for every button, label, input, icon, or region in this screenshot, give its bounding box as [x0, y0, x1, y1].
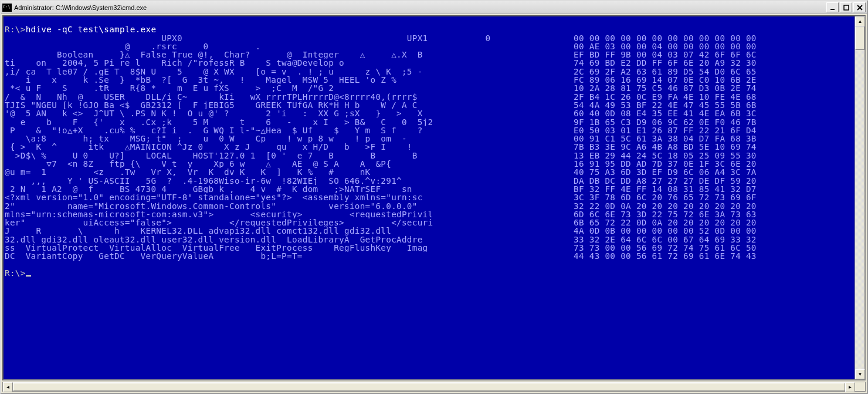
ascii-col: UPX0 UPX1 0: [5, 34, 574, 42]
hex-row: DC VariantCopy GetDC VerQueryValueA b;L=…: [5, 252, 853, 260]
titlebar[interactable]: Administrator: C:\Windows\System32\cmd.e…: [1, 1, 867, 14]
ascii-col: 2" name="Microsoft.Windows.Common-Contro…: [5, 202, 574, 210]
ascii-col: >D$\ % U 0 U?] LOCAL HOST'127.0 1 [0 ' e…: [5, 151, 574, 160]
scroll-right-arrow[interactable]: ►: [845, 382, 855, 392]
blank-line: [5, 261, 853, 269]
hex-col: 32 22 0D 0A 20 20 20 20 20 20 20 20: [574, 202, 757, 210]
ascii-col: 32.dll gdi32.dll oleaut32.dll user32.dll…: [5, 235, 574, 244]
hex-row: '@ 5 AN k <> J^UT \ .PS N K ! O u @' ? 2…: [5, 109, 853, 117]
ascii-col: ▽7 <n 8Z ftp {\ V t y Xp 6 w △ AE @ S A …: [5, 160, 574, 168]
hex-row: ti on 2004, 5 Pi re l Rich /"rofessR B S…: [5, 59, 853, 67]
maximize-button[interactable]: [840, 2, 852, 12]
hex-row: mlns="urn:schemas-microsoft-com:asm.v3">…: [5, 210, 853, 218]
minimize-button[interactable]: [826, 2, 839, 12]
cmd-icon: [2, 4, 12, 12]
hex-col: 6D 6C 6E 73 3D 22 75 72 6E 3A 73 63: [574, 210, 757, 218]
ascii-col: TJIS "NGEU [k !GJO Ba <$ GB2312 [ F jEBI…: [5, 101, 574, 109]
svg-rect-1: [844, 5, 849, 10]
hex-col: 74 69 BD E2 DD FF 6F 6E 20 A9 32 30: [574, 59, 757, 67]
console-output[interactable]: R:\>hdive -qC test\sample.exe UPX0 UPX1 …: [4, 16, 855, 379]
hex-col: 44 43 00 00 56 61 72 69 61 6E 74 43: [574, 252, 757, 260]
ascii-col: P & "!o△+X .cu% % c?I i . G WQ I l-"~△He…: [5, 126, 574, 134]
hex-col: 73 73 00 00 56 69 72 74 75 61 6C 50: [574, 244, 757, 252]
hex-row: 2" name="Microsoft.Windows.Common-Contro…: [5, 202, 853, 210]
hex-col: 7B B3 3E 9C A6 4B A8 BD 5E 10 69 74: [574, 143, 757, 151]
hex-col: 9F 1B 65 C3 D9 06 9C 62 0E F0 46 7B: [574, 118, 757, 126]
hex-col: 6B 65 72 22 0D 0A 20 20 20 20 20 20: [574, 218, 757, 227]
hex-col: 13 EB 29 44 24 5C 18 05 25 09 55 30: [574, 151, 757, 160]
ascii-col: DC VariantCopy GetDC VerQueryValueA b;L=…: [5, 252, 574, 260]
hex-col: EF BD FF 9B 00 04 03 07 42 6F 6F 6C: [574, 50, 757, 59]
cursor: [26, 275, 31, 277]
hex-row: <?xml version="1.0" encoding="UTF-8" sta…: [5, 193, 853, 201]
hex-col: 2C 69 2F A2 63 61 89 D5 54 D0 6C 65: [574, 68, 757, 76]
hex-col: DA DB DC DD A8 27 27 27 DE DF 59 20: [574, 177, 757, 185]
hex-row: / & N Nh @ USER DLL/i C~ kIi wX rrrrTPLH…: [5, 93, 853, 101]
ascii-col: 2 N 1 A2 @ f BS_4730 4 GBgb k , 4 v # K …: [5, 185, 574, 193]
scroll-down-arrow[interactable]: ▼: [855, 369, 865, 379]
ascii-col: Boolean }△ False True @!, Char? @ Intege…: [5, 50, 574, 59]
ascii-col: '@ 5 AN k <> J^UT \ .PS N K ! O u @' ? 2…: [5, 109, 574, 117]
scroll-track[interactable]: [855, 50, 864, 369]
prompt-ready: R:\>: [5, 269, 853, 277]
hex-row: ker" uiAccess="false"> </requestedPrivil…: [5, 218, 853, 227]
console-area: R:\>hdive -qC test\sample.exe UPX0 UPX1 …: [2, 15, 866, 380]
hscroll-thumb[interactable]: [13, 383, 845, 391]
hex-row: Boolean }△ False True @!, Char? @ Intege…: [5, 50, 853, 59]
hex-row: ▽7 <n 8Z ftp {\ V t y Xp 6 w △ AE @ S A …: [5, 160, 853, 168]
hex-col: BF 32 FF 4E FF 14 08 31 85 41 32 D7: [574, 185, 757, 193]
hex-row: i x k .Se } *bB ?[ G 3t ~, ! Magel MSW 5…: [5, 76, 853, 84]
ascii-col: / & N Nh @ USER DLL/i C~ kIi wX rrrrTPLH…: [5, 93, 574, 101]
hscroll-track[interactable]: [13, 382, 845, 391]
hex-row: *< u F S .tR R{8 * m E u fXS > ;C M /"G …: [5, 84, 853, 92]
close-button[interactable]: [853, 2, 866, 12]
hex-row: e b F {' x .Cx ;k 5 M t 6 - x I > B& C 0…: [5, 118, 853, 126]
ascii-col: e b F {' x .Cx ;k 5 M t 6 - x I > B& C 0…: [5, 118, 574, 126]
ascii-col: <?xml version="1.0" encoding="UTF-8" sta…: [5, 193, 574, 201]
hex-col: 3C 3F 78 6D 6C 20 76 65 72 73 69 6F: [574, 193, 757, 201]
scroll-left-arrow[interactable]: ◄: [3, 382, 13, 392]
prompt-line: [5, 17, 853, 25]
scroll-corner: [855, 382, 865, 391]
scroll-thumb[interactable]: [855, 26, 864, 50]
hex-col: 54 4A 49 53 BF 22 4E 47 45 55 5B 6B: [574, 101, 757, 109]
ascii-col: *< u F S .tR R{8 * m E u fXS > ;C M /"G …: [5, 84, 574, 92]
hex-col: 60 40 0D 08 E4 35 EE 41 4E EA 6B 3C: [574, 109, 757, 117]
hex-row: J R \ h KERNEL32.DLL advapi32.dll comct1…: [5, 227, 853, 235]
ascii-col: \a:8 h; tx MSG; t" ; u 0 W Cp ! w p 8 w …: [5, 134, 574, 143]
hex-col: 00 AE 03 00 00 04 00 00 00 00 00 00: [574, 42, 757, 50]
ascii-col: mlns="urn:schemas-microsoft-com:asm.v3">…: [5, 210, 574, 218]
cmd-window: Administrator: C:\Windows\System32\cmd.e…: [0, 0, 868, 394]
ascii-col: ti on 2004, 5 Pi re l Rich /"rofessR B S…: [5, 59, 574, 67]
command-line: R:\>hdive -qC test\sample.exe: [5, 25, 853, 33]
hex-row: @ .rsrc 0 . 00 AE 03 00 00 04 00 00 00 0…: [5, 42, 853, 50]
hex-row: 2 N 1 A2 @ f BS_4730 4 GBgb k , 4 v # K …: [5, 185, 853, 193]
hex-col: 2F B4 1C 26 0C E9 FA 4E 10 FE 4E 68: [574, 93, 757, 101]
window-title: Administrator: C:\Windows\System32\cmd.e…: [14, 4, 825, 11]
hex-row: { > K ^ itk △MAINICON ^Jz 0 X z J qu x H…: [5, 143, 853, 151]
hex-col: 10 2A 28 81 75 C5 46 87 D3 0B 2E 74: [574, 84, 757, 92]
window-controls: [825, 2, 866, 12]
ascii-col: i x k .Se } *bB ?[ G 3t ~, ! Magel MSW 5…: [5, 76, 574, 84]
ascii-col: ,,, Y ' US-ASCII 5G ? .4-1968Wiso-ir-6w …: [5, 177, 574, 185]
ascii-col: ss VirtualProtect VirtualAlloc VirtualFr…: [5, 244, 574, 252]
hex-col: 40 75 A3 6D 3D EF D9 6C 06 A4 3C 7A: [574, 168, 757, 176]
hex-row: \a:8 h; tx MSG; t" ; u 0 W Cp ! w p 8 w …: [5, 134, 853, 143]
hex-row: ,,, Y ' US-ASCII 5G ? .4-1968Wiso-ir-6w …: [5, 177, 853, 185]
ascii-col: ker" uiAccess="false"> </requestedPrivil…: [5, 218, 574, 227]
vertical-scrollbar[interactable]: ▲ ▼: [855, 16, 864, 379]
ascii-col: { > K ^ itk △MAINICON ^Jz 0 X z J qu x H…: [5, 143, 574, 151]
hex-row: UPX0 UPX1 0 00 00 00 00 00 00 00 00 00 0…: [5, 34, 853, 42]
ascii-col: J R \ h KERNEL32.DLL advapi32.dll comct1…: [5, 227, 574, 235]
hex-col: 16 91 95 DD AD 7D 37 0E 1F 3C 6E 20: [574, 160, 757, 168]
hex-col: 4A 0D 0B 00 00 00 00 00 52 0D 00 00: [574, 227, 757, 235]
scroll-up-arrow[interactable]: ▲: [855, 16, 865, 26]
hex-row: ss VirtualProtect VirtualAlloc VirtualFr…: [5, 244, 853, 252]
hex-col: FC 89 06 16 69 14 07 0E C0 10 6B 2E: [574, 76, 757, 84]
hex-row: P & "!o△+X .cu% % c?I i . G WQ I l-"~△He…: [5, 126, 853, 134]
ascii-col: @u m= 1 <z .Tw Vr X, Vr K dv K K ] K % #…: [5, 168, 574, 176]
ascii-col: ,i/ ca T le07 / .gE T 8$N U 5 @ X WX [o …: [5, 68, 574, 76]
hex-col: 00 00 00 00 00 00 00 00 00 00 00 00: [574, 34, 757, 42]
hex-row: 32.dll gdi32.dll oleaut32.dll user32.dll…: [5, 235, 853, 244]
horizontal-scrollbar[interactable]: ◄ ►: [2, 382, 866, 392]
